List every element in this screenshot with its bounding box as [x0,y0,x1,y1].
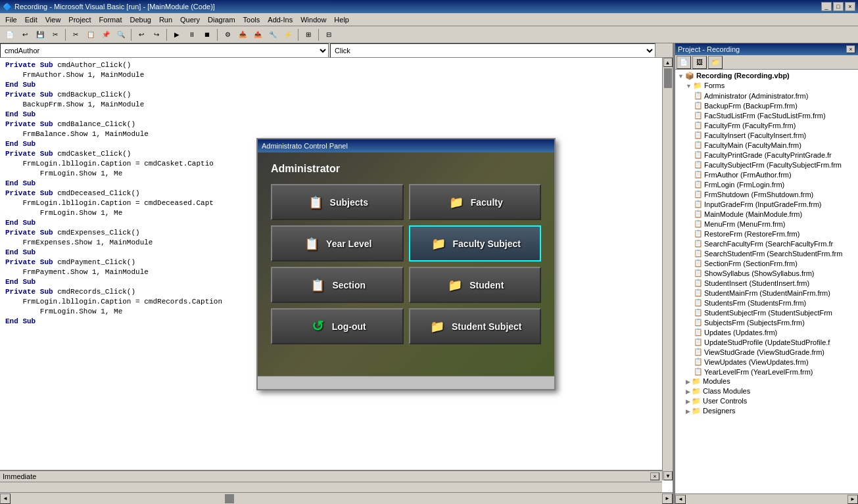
menu-format[interactable]: Format [95,14,126,25]
toolbar-redo[interactable]: ↪ [149,28,164,41]
tree-item-searchstudentfrm[interactable]: 📋 SearchStudentFrm (SearchStudentFrm.frm [677,248,857,258]
tree-item-frmauthor[interactable]: 📋 FrmAuthor (FrmAuthor.frm) [677,170,857,179]
tree-item-facstudlistfrm[interactable]: 📋 FacStudListFrm (FacStudListFrm.frm) [677,110,857,120]
menu-window[interactable]: Window [297,14,330,25]
toolbar-debug-1[interactable]: ⚙ [220,28,235,41]
tree-item-searchfacultyfrm[interactable]: 📋 SearchFacultyFrm (SearchFacultyFrm.fr [677,239,857,248]
tree-item-frmshutdown[interactable]: 📋 FrmShutdown (FrmShutdown.frm) [677,189,857,199]
section-button[interactable]: 📋 Section [271,267,404,303]
toolbar-debug-2[interactable]: 📥 [235,28,250,41]
tree-usercontrols-folder[interactable]: ▶ 📁 User Controls [677,396,857,406]
menu-diagram[interactable]: Diagram [204,14,239,25]
menu-view[interactable]: View [41,14,65,25]
tree-item-showsyllabus[interactable]: 📋 ShowSyllabus (ShowSyllabus.frm) [677,268,857,278]
tree-root[interactable]: ▼ 📦 Recording (Recording.vbp) [677,71,857,81]
tree-item-updates[interactable]: 📋 Updates (Updates.frm) [677,327,857,337]
procedure-dropdown[interactable]: Click [330,43,655,58]
menu-addins[interactable]: Add-Ins [264,14,297,25]
menu-debug[interactable]: Debug [126,14,155,25]
tree-item-facultyprintgrade[interactable]: 📋 FacultyPrintGrade (FacultyPrintGrade.f… [677,150,857,160]
scroll-down-button[interactable]: ▼ [663,471,673,480]
tree-item-subjectsfrm[interactable]: 📋 SubjectsFrm (SubjectsFrm.frm) [677,317,857,327]
modal-dialog[interactable]: Administrato Control Panel Administrator… [256,138,556,390]
scroll-thumb[interactable] [664,68,672,88]
horizontal-scroll[interactable]: ◄ ► [0,492,673,504]
toolbar-run[interactable]: ▶ [170,28,184,41]
scroll-up-button[interactable]: ▲ [663,58,673,67]
hscroll-track[interactable] [11,495,224,502]
toolbar-find[interactable]: 🔍 [114,28,128,41]
toolbar-stop[interactable]: ⏹ [200,28,214,41]
view-form-button[interactable]: 🖼 [692,56,707,69]
tree-item-viewstudgrade[interactable]: 📋 ViewStudGrade (ViewStudGrade.frm) [677,347,857,357]
toggle-folders-button[interactable]: 📁 [708,56,723,69]
split-bar[interactable] [0,482,662,492]
subjects-button[interactable]: 📋 Subjects [271,184,404,220]
toolbar-btn-2[interactable]: ↩ [18,28,32,41]
menu-edit[interactable]: Edit [21,14,41,25]
tree-item-mainmodule[interactable]: 📋 MainModule (MainModule.frm) [677,209,857,219]
object-dropdown[interactable]: cmdAuthor [0,43,329,58]
faculty-button[interactable]: 📁 Faculty [409,184,542,220]
toolbar-position[interactable]: ⊟ [322,28,336,41]
tree-item-studentsfrm[interactable]: 📋 StudentsFrm (StudentsFrm.frm) [677,298,857,308]
student-subject-button[interactable]: 📁 Student Subject [409,308,542,344]
scroll-right-button[interactable]: ► [662,493,673,504]
tree-item-facultyfrm[interactable]: 📋 FacultyFrm (FacultyFrm.frm) [677,120,857,130]
tree-item-facultymain[interactable]: 📋 FacultyMain (FacultyMain.frm) [677,140,857,150]
toolbar-btn-4[interactable]: ✂ [48,28,62,41]
tree-item-facultyinsert[interactable]: 📋 FacultyInsert (FacultyInsert.frm) [677,130,857,140]
toolbar-debug-3[interactable]: 📤 [250,28,265,41]
hscroll-thumb[interactable] [225,494,234,503]
tree-item-studentmainfrm[interactable]: 📋 StudentMainFrm (StudentMainFrm.frm) [677,288,857,298]
menu-project[interactable]: Project [64,14,95,25]
tree-item-backupfrm[interactable]: 📋 BackupFrm (BackupFrm.frm) [677,101,857,110]
toolbar-btn-1[interactable]: 📄 [3,28,17,41]
tree-item-inputgradefrm[interactable]: 📋 InputGradeFrm (InputGradeFrm.frm) [677,199,857,209]
menu-tools[interactable]: Tools [239,14,264,25]
restore-button[interactable]: □ [833,2,844,11]
tree-item-studentsubjectfrm[interactable]: 📋 StudentSubjectFrm (StudentSubjectFrm [677,308,857,317]
toolbar-btn-3[interactable]: 💾 [33,28,47,41]
title-bar-buttons[interactable]: _ □ × [821,2,855,11]
tree-item-administrator[interactable]: 📋 Administrator (Administrator.frm) [677,91,857,101]
faculty-subject-button[interactable]: 📁 Faculty Subject [409,225,542,262]
project-close-button[interactable]: × [846,45,855,53]
toolbar-debug-4[interactable]: 🔧 [266,28,280,41]
toolbar-layout[interactable]: ⊞ [301,28,316,41]
view-code-button[interactable]: 📄 [677,56,691,69]
tree-item-studentinsert[interactable]: 📋 StudentInsert (StudentInsert.frm) [677,278,857,288]
toolbar-debug-5[interactable]: ⚡ [281,28,295,41]
tree-item-sectionfrm[interactable]: 📋 SectionFrm (SectionFrm.frm) [677,258,857,268]
project-scroll-left[interactable]: ◄ [675,495,686,504]
tree-item-menufrm[interactable]: 📋 MenuFrm (MenuFrm.frm) [677,219,857,229]
menu-run[interactable]: Run [155,14,176,25]
vertical-scrollbar[interactable]: ▲ ▼ [662,58,673,480]
close-button[interactable]: × [845,2,855,11]
toolbar-cut[interactable]: ✂ [68,28,83,41]
minimize-button[interactable]: _ [821,2,832,11]
tree-classmodules-folder[interactable]: ▶ 📁 Class Modules [677,386,857,396]
year-level-button[interactable]: 📋 Year Level [271,225,404,262]
tree-designers-folder[interactable]: ▶ 📁 Designers [677,406,857,416]
tree-modules-folder[interactable]: ▶ 📁 Modules [677,377,857,386]
tree-item-yearlevelfrm[interactable]: 📋 YearLevelFrm (YearLevelFrm.frm) [677,367,857,377]
menu-help[interactable]: Help [330,14,353,25]
scroll-left-button[interactable]: ◄ [0,493,11,504]
tree-item-facultysubjectfrm[interactable]: 📋 FacultySubjectFrm (FacultySubjectFrm.f… [677,160,857,170]
toolbar-undo[interactable]: ↩ [134,28,149,41]
tree-item-frmlogin[interactable]: 📋 FrmLogin (FrmLogin.frm) [677,179,857,189]
project-hscroll[interactable]: ◄ ► [675,493,858,504]
toolbar-copy[interactable]: 📋 [83,28,98,41]
tree-item-restorefrm[interactable]: 📋 RestoreFrm (RestoreFrm.frm) [677,229,857,239]
immediate-close-button[interactable]: × [650,472,659,480]
project-scroll-right[interactable]: ► [847,495,858,504]
tree-forms-folder[interactable]: ▼ 📁 Forms [677,81,857,91]
tree-item-updatestudprofile[interactable]: 📋 UpdateStudProfile (UpdateStudProfile.f [677,337,857,347]
logout-button[interactable]: ↺ Log-out [271,308,404,344]
tree-item-viewupdates[interactable]: 📋 ViewUpdates (ViewUpdates.frm) [677,357,857,367]
menu-query[interactable]: Query [176,14,204,25]
menu-file[interactable]: File [1,14,21,25]
toolbar-pause[interactable]: ⏸ [185,28,199,41]
student-button[interactable]: 📁 Student [409,267,542,303]
